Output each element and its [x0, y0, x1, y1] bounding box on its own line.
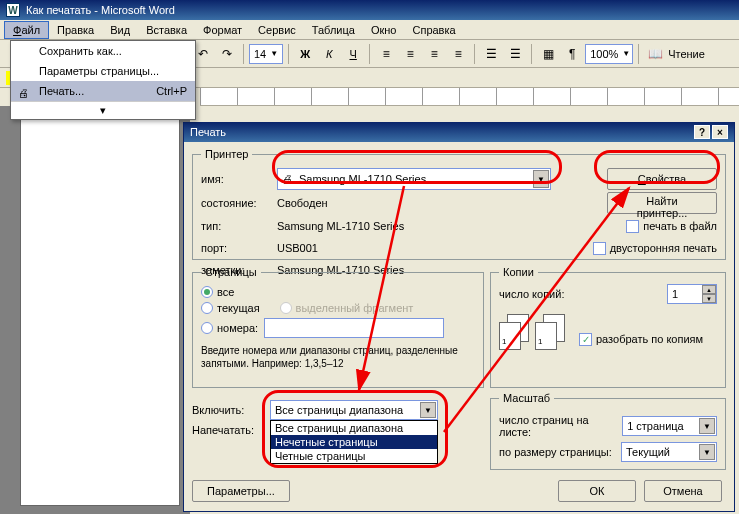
- pages-group: Страницы все текущая выделенный фрагмент…: [192, 266, 484, 388]
- align-center-icon[interactable]: ≡: [399, 43, 421, 65]
- status-value: Свободен: [277, 197, 328, 209]
- printer-legend: Принтер: [201, 148, 252, 160]
- copies-group: Копии число копий: 1 ▲▼ 2 1 2 1 ✓разобра…: [490, 266, 726, 388]
- include-select[interactable]: Все страницы диапазона ▼: [270, 400, 438, 420]
- close-icon[interactable]: ×: [712, 125, 728, 139]
- include-dropdown-list: Все страницы диапазона Нечетные страницы…: [270, 420, 438, 464]
- params-button[interactable]: Параметры...: [192, 480, 290, 502]
- copies-legend: Копии: [499, 266, 538, 278]
- port-value: USB001: [277, 242, 318, 254]
- menu-format[interactable]: Формат: [195, 22, 250, 38]
- file-menu-dropdown: Сохранить как... Параметры страницы... 🖨…: [10, 40, 196, 120]
- read-icon[interactable]: 📖: [644, 43, 666, 65]
- printer-name-select[interactable]: 🖨 Samsung ML-1710 Series ▼: [277, 168, 551, 190]
- per-sheet-select[interactable]: 1 страница▼: [622, 416, 717, 436]
- app-titlebar: W Как печатать - Microsoft Word: [0, 0, 739, 20]
- pages-hint: Введите номера или диапазоны страниц, ра…: [201, 344, 475, 370]
- menu-insert[interactable]: Вставка: [138, 22, 195, 38]
- scale-group: Масштаб число страниц на листе: 1 страни…: [490, 392, 726, 470]
- spin-up-icon[interactable]: ▲: [702, 285, 716, 294]
- ok-button[interactable]: ОК: [558, 480, 636, 502]
- document-area: [0, 106, 190, 514]
- type-label: тип:: [201, 220, 271, 232]
- read-label[interactable]: Чтение: [668, 48, 705, 60]
- page-numbers-input[interactable]: [264, 318, 444, 338]
- scale-legend: Масштаб: [499, 392, 554, 404]
- properties-button[interactable]: Свойства: [607, 168, 717, 190]
- underline-icon[interactable]: Ч: [342, 43, 364, 65]
- include-label: Включить:: [192, 404, 262, 416]
- copies-count-label: число копий:: [499, 288, 564, 300]
- bold-icon[interactable]: Ж: [294, 43, 316, 65]
- menu-saveas[interactable]: Сохранить как...: [11, 41, 195, 61]
- fit-label: по размеру страницы:: [499, 446, 612, 458]
- cancel-button[interactable]: Отмена: [644, 480, 722, 502]
- menubar: Файл Правка Вид Вставка Формат Сервис Та…: [0, 20, 739, 40]
- ruler: [200, 88, 739, 106]
- menu-view[interactable]: Вид: [102, 22, 138, 38]
- status-label: состояние:: [201, 197, 271, 209]
- document-page[interactable]: [20, 116, 180, 506]
- pilcrow-icon[interactable]: ¶: [561, 43, 583, 65]
- printer-icon: 🖨: [282, 173, 293, 185]
- print-to-file-checkbox[interactable]: печать в файл: [626, 220, 717, 233]
- collate-checkbox[interactable]: ✓разобрать по копиям: [579, 333, 703, 346]
- radio-current[interactable]: текущая: [201, 302, 260, 314]
- help-icon[interactable]: ?: [694, 125, 710, 139]
- per-sheet-label: число страниц на листе:: [499, 414, 622, 438]
- printer-group: Принтер имя: 🖨 Samsung ML-1710 Series ▼ …: [192, 148, 726, 260]
- align-right-icon[interactable]: ≡: [423, 43, 445, 65]
- menu-edit[interactable]: Правка: [49, 22, 102, 38]
- dialog-titlebar: Печать ? ×: [184, 122, 734, 142]
- list-icon[interactable]: ☰: [480, 43, 502, 65]
- option-even-pages[interactable]: Четные страницы: [271, 449, 437, 463]
- zoom-select[interactable]: 100%▼: [585, 44, 633, 64]
- menu-help[interactable]: Справка: [404, 22, 463, 38]
- print-menu-icon: 🖨: [15, 85, 31, 101]
- table-icon[interactable]: ▦: [537, 43, 559, 65]
- copies-count-input[interactable]: 1 ▲▼: [667, 284, 717, 304]
- print-dialog: Печать ? × Принтер имя: 🖨 Samsung ML-171…: [183, 122, 735, 512]
- justify-icon[interactable]: ≡: [447, 43, 469, 65]
- option-odd-pages[interactable]: Нечетные страницы: [271, 435, 437, 449]
- pages-legend: Страницы: [201, 266, 261, 278]
- radio-selection: выделенный фрагмент: [280, 302, 414, 314]
- find-printer-button[interactable]: Найти принтер...: [607, 192, 717, 214]
- italic-icon[interactable]: К: [318, 43, 340, 65]
- menu-print[interactable]: 🖨 Печать... Ctrl+P: [11, 81, 195, 101]
- chevron-down-icon[interactable]: ▼: [533, 170, 549, 188]
- window-title: Как печатать - Microsoft Word: [26, 4, 175, 16]
- numlist-icon[interactable]: ☰: [504, 43, 526, 65]
- spin-down-icon[interactable]: ▼: [702, 294, 716, 303]
- word-icon: W: [6, 3, 20, 17]
- printwhat-label: Напечатать:: [192, 424, 262, 436]
- menu-table[interactable]: Таблица: [304, 22, 363, 38]
- fontsize-select[interactable]: 14▼: [249, 44, 283, 64]
- type-value: Samsung ML-1710 Series: [277, 220, 404, 232]
- menu-window[interactable]: Окно: [363, 22, 405, 38]
- port-label: порт:: [201, 242, 271, 254]
- option-all-pages[interactable]: Все страницы диапазона: [271, 421, 437, 435]
- dialog-title: Печать: [190, 126, 226, 138]
- collate-image: 2 1 2 1: [499, 314, 569, 364]
- duplex-checkbox[interactable]: двусторонняя печать: [593, 242, 717, 255]
- chevron-down-icon[interactable]: ▼: [420, 402, 436, 418]
- menu-pagesetup[interactable]: Параметры страницы...: [11, 61, 195, 81]
- menu-file[interactable]: Файл: [4, 21, 49, 39]
- printer-name-label: имя:: [201, 173, 271, 185]
- radio-numbers[interactable]: номера:: [201, 322, 258, 334]
- print-shortcut: Ctrl+P: [156, 85, 187, 97]
- radio-all[interactable]: все: [201, 286, 234, 298]
- redo-icon[interactable]: ↷: [216, 43, 238, 65]
- align-left-icon[interactable]: ≡: [375, 43, 397, 65]
- fit-select[interactable]: Текущий▼: [621, 442, 717, 462]
- menu-tools[interactable]: Сервис: [250, 22, 304, 38]
- menu-expand-icon[interactable]: ▾: [11, 101, 195, 119]
